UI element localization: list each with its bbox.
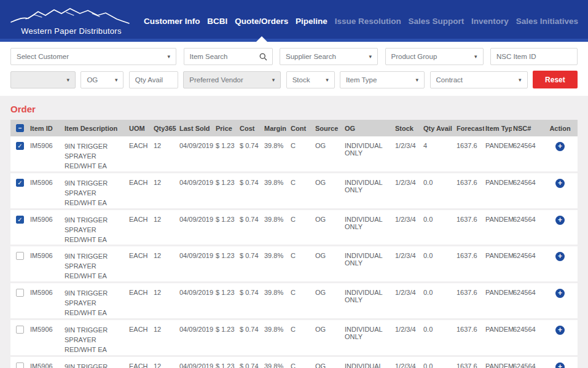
margin-cell: 39.8% <box>263 246 289 283</box>
nav-item-pipeline[interactable]: Pipeline <box>296 0 327 42</box>
column-header-qty-avail: Qty Avail <box>422 120 455 136</box>
preferred-vendor-dropdown[interactable]: Preferred Vendor▾ <box>183 71 281 88</box>
uom-cell: EACH <box>128 209 152 246</box>
cost-cell: $ 0.74 <box>238 356 263 368</box>
add-item-button[interactable]: + <box>555 216 565 225</box>
qty-avail-cell: 0.0 <box>422 172 455 209</box>
cont-cell: C <box>289 136 314 172</box>
row-checkbox-cell <box>10 319 29 356</box>
margin-cell: 39.8% <box>263 319 289 356</box>
column-header-forecast: Forecast <box>455 120 484 136</box>
stock-dropdown[interactable]: Stock▾ <box>286 71 335 88</box>
column-header-nsc: NSC# <box>512 120 543 136</box>
stock-cell: 1/2/3/4 <box>394 136 422 172</box>
item-type-dropdown[interactable]: Item Type▾ <box>340 71 425 88</box>
item-type-cell: PANDEM <box>484 283 512 319</box>
og-dropdown[interactable]: OG▾ <box>80 71 123 88</box>
forecast-cell: 1637.6 <box>455 172 484 209</box>
uom-cell: EACH <box>128 356 152 368</box>
item-description-cell: 9IN TRIGGER SPRAYER RED/WHT EA <box>63 136 128 172</box>
product-group-dropdown-label: Product Group <box>391 53 471 60</box>
select-customer-dropdown[interactable]: Select Customer▾ <box>10 48 176 65</box>
table-row: IM59069IN TRIGGER SPRAYER RED/WHT EAEACH… <box>10 356 578 368</box>
column-header-action: Action <box>543 120 578 136</box>
cont-cell: C <box>289 283 314 319</box>
qty365-cell: 12 <box>152 209 178 246</box>
add-item-button[interactable]: + <box>555 362 565 368</box>
row-checkbox[interactable] <box>16 289 24 297</box>
price-cell: $ 1.23 <box>214 319 238 356</box>
supplier-search-dropdown[interactable]: Supplier Search▾ <box>280 48 378 65</box>
stock-cell: 1/2/3/4 <box>394 283 422 319</box>
nav-item-sales-support[interactable]: Sales Support <box>408 0 464 42</box>
qty365-cell: 12 <box>152 172 178 209</box>
last-sold-cell: 04/09/2019 <box>178 209 214 246</box>
margin-cell: 39.8% <box>263 136 289 172</box>
column-header-cost: Cost <box>238 120 263 136</box>
mountains-icon <box>10 7 130 25</box>
preferred-vendor-dropdown-label: Preferred Vendor <box>189 76 268 84</box>
table-row: ✓IM59069IN TRIGGER SPRAYER RED/WHT EAEAC… <box>10 136 578 172</box>
nav-item-bcbi[interactable]: BCBI <box>207 0 227 42</box>
nav-item-issue-resolution[interactable]: Issue Resolution <box>335 0 401 42</box>
unlabeled-dropdown[interactable]: ▾ <box>10 71 76 88</box>
item-search-input-wrap <box>184 48 273 65</box>
row-checkbox[interactable]: ✓ <box>16 216 24 224</box>
qty-avail-cell: 0.0 <box>422 356 455 368</box>
nav-item-inventory[interactable]: Inventory <box>471 0 509 42</box>
select-all-checkbox[interactable]: – <box>16 124 24 132</box>
row-checkbox[interactable]: ✓ <box>16 179 24 187</box>
nav-item-sales-initiatives[interactable]: Sales Initiatives <box>516 0 578 42</box>
qty365-cell: 12 <box>152 136 178 172</box>
row-checkbox[interactable] <box>16 326 24 334</box>
qty-avail-cell: 0.0 <box>422 246 455 283</box>
chevron-down-icon: ▾ <box>115 77 118 83</box>
stock-cell: 1/2/3/4 <box>394 356 422 368</box>
qty365-cell: 12 <box>152 283 178 319</box>
last-sold-cell: 04/09/2019 <box>178 356 214 368</box>
row-checkbox-cell <box>10 283 29 319</box>
qty-avail-input[interactable] <box>130 72 178 88</box>
brand-name: Western Paper Distributors <box>10 26 133 36</box>
qty365-cell: 12 <box>152 319 178 356</box>
column-header-margin: Margin <box>263 120 289 136</box>
margin-cell: 39.8% <box>263 172 289 209</box>
row-checkbox[interactable] <box>16 362 24 368</box>
table-header-row: –Item IDItem DescriptionUOMQty365Last So… <box>10 120 578 136</box>
nsc-item-id-input[interactable] <box>491 49 577 65</box>
stock-cell: 1/2/3/4 <box>394 319 422 356</box>
row-checkbox[interactable]: ✓ <box>16 142 24 150</box>
row-action-cell: + <box>543 136 578 172</box>
nav-item-quote-orders[interactable]: Quote/Orders <box>235 0 288 42</box>
row-checkbox-cell: ✓ <box>10 209 29 246</box>
add-item-button[interactable]: + <box>555 179 565 188</box>
nsc-cell: 624564 <box>512 319 543 356</box>
item-type-cell: PANDEM <box>484 172 512 209</box>
add-item-button[interactable]: + <box>555 326 565 335</box>
table-row: ✓IM59069IN TRIGGER SPRAYER RED/WHT EAEAC… <box>10 209 578 246</box>
chevron-down-icon: ▾ <box>167 53 170 60</box>
row-checkbox[interactable] <box>16 252 24 260</box>
product-group-dropdown[interactable]: Product Group▾ <box>385 48 484 65</box>
source-cell: OG <box>314 246 343 283</box>
column-header-uom: UOM <box>128 120 152 136</box>
column-header-og: OG <box>343 120 394 136</box>
item-type-cell: PANDEM <box>484 136 512 172</box>
og-cell: INDIVIDUAL ONLY <box>343 209 394 246</box>
row-action-cell: + <box>543 246 578 283</box>
source-cell: OG <box>314 172 343 209</box>
contract-dropdown[interactable]: Contract▾ <box>430 71 528 88</box>
add-item-button[interactable]: + <box>555 289 565 298</box>
forecast-cell: 1637.6 <box>455 209 484 246</box>
column-header-last-sold: Last Sold <box>178 120 214 136</box>
item-description: 9IN TRIGGER SPRAYER RED/WHT EA <box>65 362 123 368</box>
uom-cell: EACH <box>128 246 152 283</box>
nav-item-customer-info[interactable]: Customer Info <box>144 0 200 42</box>
add-item-button[interactable]: + <box>555 142 565 151</box>
last-sold-cell: 04/09/2019 <box>178 283 214 319</box>
column-header-item-id: Item ID <box>29 120 63 136</box>
reset-button[interactable]: Reset <box>533 71 578 88</box>
add-item-button[interactable]: + <box>555 252 565 261</box>
chevron-down-icon: ▾ <box>416 77 419 83</box>
last-sold-cell: 04/09/2019 <box>178 136 214 172</box>
